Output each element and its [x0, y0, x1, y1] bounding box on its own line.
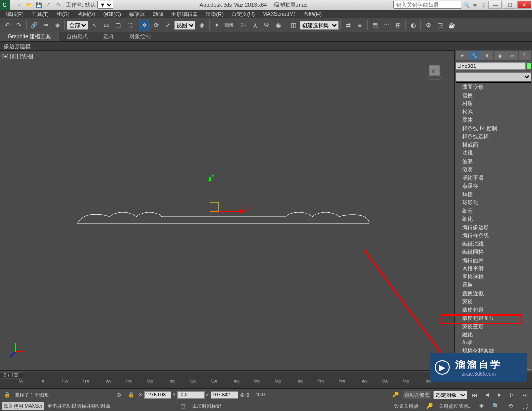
utilities-tab-icon[interactable]: 🔨 [519, 51, 531, 60]
binoculars-icon[interactable]: 🔍 [462, 1, 470, 9]
key-filters-icon[interactable]: 🔑 [424, 401, 435, 411]
modifier-item[interactable]: 替换 [456, 91, 531, 99]
search-input[interactable] [393, 1, 461, 9]
select-region-icon[interactable]: ◫ [113, 20, 123, 31]
qat-undo-icon[interactable]: ↶ [45, 1, 52, 9]
modifier-item[interactable]: 焊接 [456, 190, 531, 198]
selection-lock-icon[interactable]: 🔓 [126, 390, 137, 400]
modifier-item[interactable]: 编辑多边形 [456, 223, 531, 231]
play-next-icon[interactable]: ▷ [507, 390, 517, 400]
x-input[interactable] [144, 391, 171, 399]
menu-group[interactable]: 组(G) [53, 10, 74, 18]
play-end-icon[interactable]: ⏭ [519, 390, 530, 400]
create-tab-icon[interactable]: ✷ [456, 51, 468, 60]
selection-filter-dropdown[interactable]: 全部 [67, 21, 88, 30]
ribbon-freeform[interactable]: 自由形式 [59, 32, 96, 41]
add-time-tag[interactable]: 添加时间标记 [192, 403, 221, 410]
play-icon[interactable]: ▶ [494, 390, 505, 400]
modifier-item[interactable]: 松弛 [456, 108, 531, 116]
render-setup-icon[interactable]: ⚙ [423, 20, 434, 31]
undo-icon[interactable]: ↶ [2, 20, 13, 31]
snap-percent-icon[interactable]: % [261, 20, 272, 31]
ref-coord-dropdown[interactable]: 视图 [174, 21, 195, 30]
modifier-item[interactable]: 样条线选择 [456, 132, 531, 141]
qat-open-icon[interactable]: 📂 [25, 1, 33, 9]
render-frame-icon[interactable]: ◳ [435, 20, 445, 31]
nav-pan-icon[interactable]: ✥ [476, 401, 486, 411]
modifier-item[interactable]: 补洞 [456, 339, 531, 347]
menu-edit[interactable]: 编辑(E) [2, 10, 28, 18]
modifier-item[interactable]: 置换 [456, 281, 531, 289]
hierarchy-tab-icon[interactable]: ♜ [481, 51, 493, 60]
pivot-icon[interactable]: ◉ [196, 20, 207, 31]
menu-animation[interactable]: 动画 [149, 10, 167, 18]
modifier-item[interactable]: 网格选择 [456, 273, 531, 281]
redo-icon[interactable]: ↷ [14, 20, 24, 31]
modifier-item[interactable]: 球形化 [456, 198, 531, 207]
modifier-item[interactable]: 曲面变形 [456, 83, 531, 91]
qat-redo-icon[interactable]: ↷ [54, 1, 62, 9]
modifier-item[interactable]: 编辑网格 [456, 248, 531, 256]
curve-editor-icon[interactable]: 〰 [381, 20, 392, 31]
schematic-icon[interactable]: ⊞ [393, 20, 403, 31]
selection-set-dropdown[interactable]: 创建选择集 [300, 21, 339, 30]
modifier-item[interactable]: 融化 [456, 330, 531, 339]
layers-icon[interactable]: ▤ [370, 20, 380, 31]
modifier-item[interactable]: 编辑样条线 [456, 231, 531, 240]
rotate-icon[interactable]: ⟳ [151, 20, 161, 31]
app-icon[interactable]: G [0, 0, 10, 10]
menu-create[interactable]: 创建(C) [99, 10, 125, 18]
modifier-item[interactable]: 细化 [456, 215, 531, 223]
unlink-icon[interactable]: ⚮ [40, 20, 51, 31]
play-start-icon[interactable]: ⏮ [469, 390, 480, 400]
menu-tools[interactable]: 工具(T) [28, 10, 53, 18]
qat-new-icon[interactable]: ▫ [16, 1, 23, 9]
help-icon[interactable]: ? [480, 1, 487, 9]
modifier-item[interactable]: 蒙皮包裹 [456, 306, 531, 314]
minimize-button[interactable]: — [488, 1, 502, 9]
object-name-input[interactable] [456, 62, 526, 70]
modifier-item[interactable]: 样条线 IK 控制 [456, 124, 531, 132]
spinner-snap-icon[interactable]: ◉ [273, 20, 284, 31]
modifier-item[interactable]: 柔体 [456, 116, 531, 124]
modifier-list-dropdown[interactable] [456, 72, 531, 81]
key-icon[interactable]: 🔑 [390, 390, 401, 400]
modifier-item[interactable]: 置换近似 [456, 289, 531, 297]
key-filters-button[interactable]: 关键点过滤器... [439, 403, 472, 410]
modifier-list[interactable]: 曲面变形替换材质松弛柔体样条线 IK 控制样条线选择横截面法线波浪涟漪涡轮平滑点… [456, 82, 531, 370]
modifier-item[interactable]: 法线 [456, 149, 531, 157]
maximize-button[interactable]: ☐ [503, 1, 516, 9]
keyboard-shortcut-icon[interactable]: ⌨ [223, 20, 234, 31]
modifier-item[interactable]: 涡轮平滑 [456, 174, 531, 182]
nav-max-icon[interactable]: ⛶ [519, 401, 530, 411]
maxscript-listener[interactable]: 欢迎使用 MAXSci [2, 402, 44, 410]
manipulate-icon[interactable]: ✦ [211, 20, 222, 31]
menu-maxscript[interactable]: MAXScript(M) [258, 10, 299, 18]
menu-modifiers[interactable]: 修改器 [125, 10, 149, 18]
object-color-swatch[interactable] [527, 63, 531, 69]
modifier-item[interactable]: 蒙皮变形 [456, 322, 531, 330]
play-prev-icon[interactable]: ◀ [482, 390, 492, 400]
isolate-icon[interactable]: ◎ [113, 390, 124, 400]
ribbon-objpaint[interactable]: 对象绘制 [122, 32, 159, 41]
mirror-icon[interactable]: ⇄ [343, 20, 354, 31]
bind-icon[interactable]: ◈ [52, 20, 63, 31]
workspace-dropdown[interactable]: ▼ [97, 1, 113, 9]
modify-tab-icon[interactable]: 🔧 [468, 51, 481, 60]
move-icon[interactable]: ✥ [139, 20, 150, 31]
y-input[interactable] [177, 391, 205, 399]
display-tab-icon[interactable]: ▭ [506, 51, 518, 60]
select-name-icon[interactable]: ▭ [101, 20, 112, 31]
modifier-item[interactable]: 波浪 [456, 157, 531, 165]
modifier-item[interactable]: 蒙皮 [456, 297, 531, 306]
motion-tab-icon[interactable]: ◉ [494, 51, 506, 60]
render-icon[interactable]: ☕ [446, 20, 457, 31]
viewcube[interactable]: 前 [425, 61, 444, 80]
z-input[interactable] [211, 391, 238, 399]
modifier-item[interactable]: 点缓存 [456, 182, 531, 190]
favorite-icon[interactable]: ★ [471, 1, 479, 9]
nav-zoom-icon[interactable]: 🔍 [490, 401, 501, 411]
lock-icon[interactable]: 🔒 [2, 390, 13, 400]
modifier-item[interactable]: 横截面 [456, 141, 531, 149]
viewport[interactable]: [+] [前] [线框] y x 前 [0, 50, 454, 371]
